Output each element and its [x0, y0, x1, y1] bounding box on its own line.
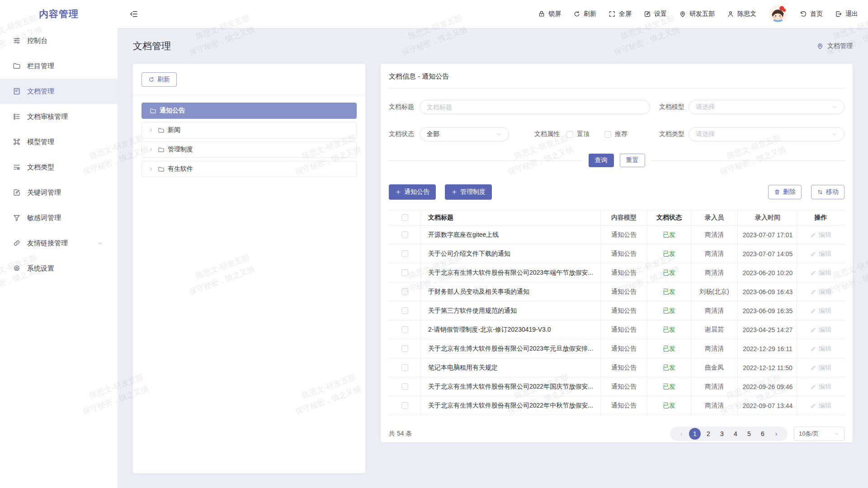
- doc-title-cell[interactable]: 笔记本电脑租用有关规定: [421, 358, 601, 377]
- status-badge: 已发: [663, 307, 675, 315]
- table-row: 笔记本电脑租用有关规定通知公告已发曲金凤2022-12-12 11:50编辑: [389, 358, 844, 377]
- add-notice-button[interactable]: 通知公告: [389, 184, 436, 200]
- sidebar-item-关键词管理[interactable]: 关键词管理: [0, 180, 118, 205]
- doc-title-cell[interactable]: 关于第三方软件使用规范的通知: [421, 301, 601, 320]
- doc-time-cell: 2023-06-20 10:20: [738, 263, 797, 282]
- tree-node[interactable]: 管理制度: [142, 141, 357, 158]
- tree-node[interactable]: 有生软件: [142, 161, 357, 177]
- edit-button[interactable]: 编辑: [810, 231, 831, 239]
- row-checkbox[interactable]: [401, 402, 408, 409]
- doc-title-cell[interactable]: 2-请销假管理制度-北京-修订20230419-V3.0: [421, 320, 601, 339]
- doc-title-cell[interactable]: 关于北京有生博大软件股份有限公司2023年元旦放假安排...: [421, 339, 601, 358]
- edit-button[interactable]: 编辑: [810, 288, 831, 296]
- doc-operator-cell: 刘杨(北京): [691, 282, 738, 301]
- attr-top-checkbox[interactable]: [566, 131, 573, 138]
- sidebar-item-敏感词管理[interactable]: 敏感词管理: [0, 205, 118, 230]
- move-button[interactable]: 移动: [811, 185, 844, 199]
- table-row: 关于第三方软件使用规范的通知通知公告已发商清清2023-06-09 16:35编…: [389, 301, 844, 320]
- next-page-button[interactable]: ›: [770, 428, 782, 440]
- search-button[interactable]: 查询: [589, 154, 614, 167]
- page-button-4[interactable]: 4: [730, 428, 741, 440]
- edit-button[interactable]: 编辑: [810, 364, 831, 372]
- page-button-6[interactable]: 6: [757, 428, 769, 440]
- logout-button[interactable]: 退出: [835, 10, 858, 18]
- row-checkbox[interactable]: [401, 326, 408, 333]
- row-checkbox[interactable]: [401, 250, 408, 257]
- doc-title-cell[interactable]: 开源数字底座在gitee上线: [421, 225, 601, 244]
- home-button[interactable]: 首页: [800, 10, 823, 18]
- topbar-actions: 锁屏刷新全屏设置研发五部陈思文首页退出: [538, 5, 858, 23]
- doc-model-cell: 通知公告: [601, 339, 647, 358]
- topbar-edit-square-button[interactable]: 设置: [644, 10, 667, 18]
- sidebar-item-文档类型[interactable]: 文档类型: [0, 155, 118, 180]
- edit-button[interactable]: 编辑: [810, 345, 831, 353]
- refresh-icon: [573, 10, 580, 18]
- folder-icon: [158, 127, 165, 134]
- row-checkbox-cell: [389, 396, 421, 415]
- edit-label: 编辑: [819, 345, 831, 353]
- breadcrumb-label: 文档管理: [827, 42, 853, 50]
- edit-button[interactable]: 编辑: [810, 326, 831, 334]
- tree-node-selected[interactable]: 通知公告: [142, 103, 357, 119]
- delete-button[interactable]: 删除: [768, 185, 802, 199]
- doc-title-input[interactable]: [427, 103, 643, 111]
- attr-recommend-checkbox[interactable]: [604, 131, 611, 138]
- row-checkbox[interactable]: [401, 364, 408, 371]
- topbar-user-button[interactable]: 陈思文: [727, 10, 756, 18]
- tree-refresh-button[interactable]: 刷新: [142, 72, 177, 87]
- row-checkbox[interactable]: [401, 288, 408, 295]
- pencil-icon: [810, 403, 816, 409]
- edit-button[interactable]: 编辑: [810, 250, 831, 258]
- sidebar-item-文档审核管理[interactable]: 文档审核管理: [0, 104, 118, 129]
- tree-node[interactable]: 新闻: [142, 122, 357, 138]
- row-checkbox[interactable]: [401, 307, 408, 314]
- page-button-2[interactable]: 2: [703, 428, 714, 440]
- doc-title-cell[interactable]: 关于公司介绍文件下载的通知: [421, 244, 601, 263]
- row-checkbox[interactable]: [401, 383, 408, 390]
- doc-action-cell: 编辑: [797, 339, 844, 358]
- row-checkbox[interactable]: [401, 231, 408, 238]
- sidebar-item-控制台[interactable]: 控制台: [0, 28, 118, 53]
- topbar-pin-button[interactable]: 研发五部: [679, 10, 715, 18]
- doc-title-cell[interactable]: 关于北京有生博大软件股份有限公司2023年端午节放假安...: [421, 263, 601, 282]
- user-avatar[interactable]: [769, 5, 788, 23]
- collapse-sidebar-icon[interactable]: [129, 9, 138, 19]
- doc-type-select[interactable]: 请选择: [689, 127, 844, 141]
- edit-button[interactable]: 编辑: [810, 383, 831, 391]
- page-size-select[interactable]: 10条/页: [794, 427, 844, 441]
- edit-button[interactable]: 编辑: [810, 269, 831, 277]
- sidebar-item-友情链接管理[interactable]: 友情链接管理: [0, 230, 118, 256]
- doc-type-placeholder: 请选择: [696, 130, 715, 138]
- page-button-3[interactable]: 3: [716, 428, 728, 440]
- doc-title-cell[interactable]: 关于北京有生博大软件股份有限公司2022年国庆节放假安...: [421, 377, 601, 396]
- edit-button[interactable]: 编辑: [810, 307, 831, 315]
- folder-icon: [158, 146, 165, 153]
- prev-page-button[interactable]: ‹: [675, 428, 687, 440]
- doc-status-select[interactable]: 全部: [420, 127, 509, 141]
- row-checkbox[interactable]: [401, 269, 408, 276]
- topbar-refresh-button[interactable]: 刷新: [573, 10, 596, 18]
- page-button-1[interactable]: 1: [689, 428, 701, 440]
- sidebar-item-文档管理[interactable]: 文档管理: [0, 79, 118, 104]
- doc-model-cell: 通知公告: [601, 263, 647, 282]
- status-badge: 已发: [663, 345, 675, 353]
- doc-model-select[interactable]: 请选择: [689, 100, 844, 114]
- page-button-5[interactable]: 5: [743, 428, 755, 440]
- doc-model-cell: 通知公告: [601, 301, 647, 320]
- sidebar-item-栏目管理[interactable]: 栏目管理: [0, 53, 118, 79]
- row-checkbox[interactable]: [401, 345, 408, 352]
- sidebar-item-系统设置[interactable]: 系统设置: [0, 256, 118, 281]
- doc-title-cell[interactable]: 于财务部人员变动及相关事项的通知: [421, 282, 601, 301]
- topbar-fullscreen-button[interactable]: 全屏: [609, 10, 632, 18]
- add-policy-button[interactable]: 管理制度: [445, 184, 492, 200]
- doc-title-cell[interactable]: 关于北京有生博大软件股份有限公司2022年中秋节放假安...: [421, 396, 601, 415]
- sidebar-item-模型管理[interactable]: 模型管理: [0, 129, 118, 155]
- select-all-checkbox[interactable]: [401, 214, 408, 221]
- topbar-lock-button[interactable]: 锁屏: [538, 10, 561, 18]
- reset-button[interactable]: 重置: [620, 154, 645, 167]
- doc-model-placeholder: 请选择: [696, 103, 715, 111]
- pin-icon: [679, 10, 686, 18]
- plus-icon: [451, 189, 458, 195]
- edit-button[interactable]: 编辑: [810, 402, 831, 410]
- document-panel: 文档信息 - 通知公告 文档标题 文档模型 请选择: [381, 64, 853, 442]
